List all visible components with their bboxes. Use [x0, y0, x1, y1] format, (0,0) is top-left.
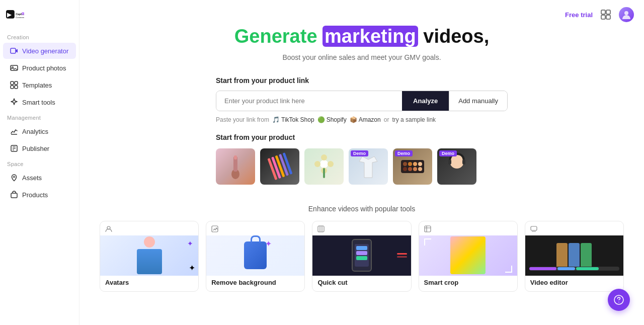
- svg-rect-9: [11, 82, 14, 85]
- svg-rect-6: [11, 48, 16, 53]
- video-frame-2: [569, 243, 580, 268]
- cut-lines: [397, 253, 407, 258]
- remove-bg-card-header: [206, 221, 304, 235]
- product-thumb-1[interactable]: [216, 148, 255, 185]
- quick-cut-label: Quick cut: [312, 276, 411, 291]
- svg-text:Pro: Pro: [22, 13, 24, 15]
- analytics-icon: [10, 127, 18, 135]
- layout-icon[interactable]: [599, 8, 613, 22]
- svg-point-24: [624, 11, 628, 15]
- svg-rect-11: [11, 86, 14, 89]
- user-avatar[interactable]: [619, 7, 634, 22]
- svg-rect-35: [448, 159, 451, 165]
- sidebar-item-analytics[interactable]: Analytics: [3, 123, 76, 139]
- tool-card-avatars[interactable]: ✦ ✦ Avatars: [100, 221, 199, 292]
- product-thumb-2[interactable]: [260, 148, 299, 185]
- management-section-label: Management: [0, 111, 79, 123]
- sidebar-item-templates[interactable]: Templates: [3, 77, 76, 93]
- analyze-button[interactable]: Analyze: [402, 91, 449, 111]
- crop-corner-br: [505, 266, 512, 273]
- sidebar-item-smart-tools[interactable]: Smart tools: [3, 94, 76, 110]
- quick-cut-preview: [312, 235, 411, 276]
- hero-subtitle: Boost your online sales and meet your GM…: [100, 53, 624, 61]
- sidebar-item-smart-tools-label: Smart tools: [22, 99, 55, 106]
- product-link-section: Start from your product link Analyze Add…: [216, 76, 508, 123]
- app-logo: ▶ CapCut Commerce Pro: [0, 6, 79, 30]
- girls-photo: [450, 236, 486, 274]
- timeline-segment-2: [557, 267, 576, 270]
- product-thumb-6[interactable]: Demo: [437, 148, 476, 185]
- product-photos-icon: [10, 64, 18, 72]
- video-strip: [556, 243, 592, 268]
- tiktok-shop-link[interactable]: 🎵 TikTok Shop: [272, 116, 314, 123]
- avatars-preview: ✦ ✦: [100, 235, 198, 276]
- svg-rect-19: [11, 193, 17, 198]
- sidebar-item-templates-label: Templates: [22, 82, 52, 89]
- product-thumb-4[interactable]: Demo: [349, 148, 388, 185]
- svg-rect-22: [601, 15, 605, 19]
- tool-card-video-editor[interactable]: Video editor: [525, 221, 624, 292]
- video-editor-card-header: [525, 221, 623, 235]
- crop-corner-tl: [424, 238, 431, 246]
- tools-row: ✦ ✦ Avatars ✦: [100, 221, 624, 292]
- sidebar-item-products-label: Products: [22, 191, 48, 199]
- space-section-label: Space: [0, 157, 79, 169]
- add-manually-button[interactable]: Add manually: [449, 91, 507, 111]
- tool-card-smart-crop[interactable]: Smart crop: [419, 221, 518, 292]
- svg-rect-20: [601, 10, 605, 14]
- svg-rect-36: [462, 159, 465, 165]
- product-thumb-5[interactable]: Demo: [393, 148, 432, 185]
- sidebar-item-product-photos[interactable]: Product photos: [3, 60, 76, 76]
- demo-badge-6: Demo: [439, 150, 457, 156]
- tools-section: Enhance videos with popular tools ✦ ✦: [100, 205, 624, 292]
- tool-card-remove-background[interactable]: ✦ Remove background: [206, 221, 305, 292]
- svg-rect-39: [318, 226, 324, 232]
- svg-point-28: [320, 160, 328, 168]
- product-thumb-3[interactable]: [304, 148, 344, 185]
- svg-rect-10: [15, 82, 18, 85]
- sidebar-item-product-photos-label: Product photos: [22, 64, 66, 72]
- remove-bg-preview: ✦: [206, 235, 304, 276]
- quick-cut-card-header: [312, 221, 411, 235]
- products-icon: [10, 191, 18, 199]
- timeline-segment-3: [576, 267, 599, 270]
- top-bar: Free trial: [555, 0, 644, 29]
- video-editor-label: Video editor: [525, 276, 623, 291]
- templates-icon: [10, 81, 18, 89]
- sample-link[interactable]: try a sample link: [392, 116, 436, 123]
- svg-point-31: [314, 161, 320, 167]
- svg-rect-21: [606, 10, 610, 14]
- assets-icon: [10, 174, 18, 182]
- sidebar-item-publisher[interactable]: Publisher: [3, 140, 76, 156]
- tool-card-quick-cut[interactable]: Quick cut: [312, 221, 411, 292]
- video-frame-3: [581, 243, 592, 268]
- avatars-card-header: [100, 221, 198, 235]
- avatars-label: Avatars: [100, 276, 198, 291]
- video-frame-1: [556, 243, 568, 268]
- amazon-link[interactable]: 📦 Amazon: [350, 116, 381, 123]
- free-trial-button[interactable]: Free trial: [565, 11, 593, 19]
- timeline-segment-1: [529, 267, 556, 270]
- svg-point-29: [321, 154, 327, 160]
- shopify-link[interactable]: 🟢 Shopify: [317, 116, 347, 123]
- main-content: Free trial Generate marketing videos, Bo: [79, 0, 644, 325]
- svg-rect-42: [425, 226, 431, 232]
- or-text: or: [384, 116, 389, 123]
- svg-point-32: [328, 161, 334, 167]
- products-row: Demo Demo: [216, 148, 508, 185]
- title-word-generate: Generate: [234, 26, 317, 47]
- sidebar-item-products[interactable]: Products: [3, 187, 76, 203]
- sparkle-icon: ✦: [187, 239, 193, 248]
- svg-text:Commerce: Commerce: [16, 16, 24, 19]
- phone-mock: [352, 239, 372, 272]
- product-link-input[interactable]: [216, 91, 402, 111]
- title-word-marketing: marketing: [323, 26, 418, 47]
- demo-badge-5: Demo: [395, 150, 413, 156]
- sidebar-item-video-generator-label: Video generator: [22, 47, 68, 55]
- remove-bg-label: Remove background: [206, 276, 304, 291]
- sidebar-item-video-generator[interactable]: Video generator: [3, 43, 76, 59]
- video-generator-icon: [10, 47, 18, 55]
- link-sources: Paste your link from 🎵 TikTok Shop 🟢 Sho…: [216, 116, 508, 123]
- sidebar-item-assets[interactable]: Assets: [3, 170, 76, 186]
- help-fab[interactable]: [608, 289, 630, 311]
